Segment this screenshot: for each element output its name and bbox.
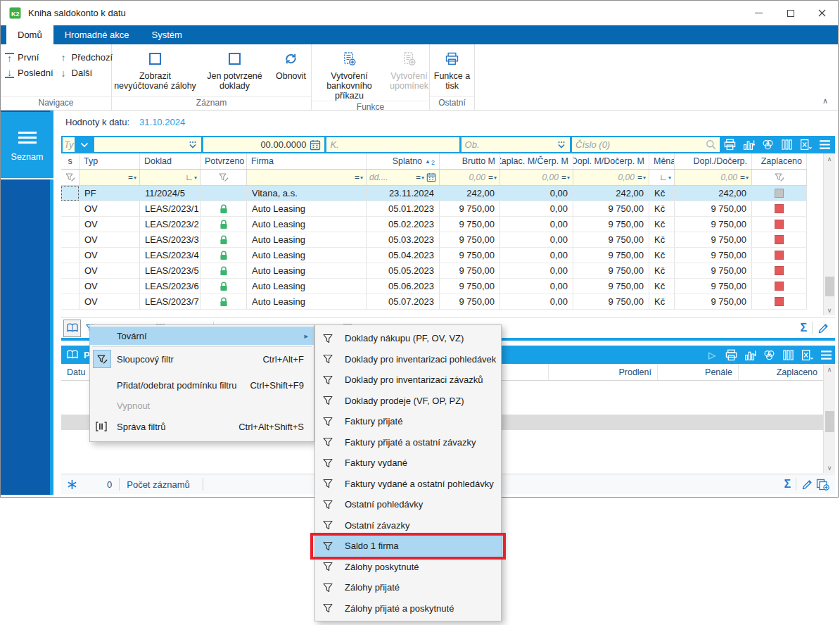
scroll-up-button[interactable]: ∧: [824, 153, 835, 164]
column-header-dopl-m[interactable]: Dopl. M/Dočerp. M: [573, 153, 649, 169]
submenu-item-faktury-prijate[interactable]: Faktury přijaté: [315, 411, 501, 432]
submenu-item-ostatni-zavazky[interactable]: Ostatní závazky: [315, 515, 501, 536]
column-header-s[interactable]: s: [61, 153, 79, 169]
column-header-potvrzeno[interactable]: Potvrzeno: [201, 153, 247, 169]
tab-domu[interactable]: Domů: [6, 25, 53, 44]
first-record-button[interactable]: ↑První: [5, 52, 53, 63]
date-filter-field[interactable]: 00.00.0000: [203, 137, 324, 152]
submenu-item-doklady-nakupu[interactable]: Doklady nákupu (PF, OV, VZ): [315, 328, 501, 349]
calendar-icon[interactable]: [310, 139, 321, 151]
maximize-button[interactable]: [775, 1, 806, 25]
excel-export-button[interactable]: [798, 138, 813, 152]
row-marker[interactable]: [61, 294, 79, 309]
detail-book-toggle[interactable]: [63, 320, 81, 337]
row-marker[interactable]: [61, 217, 79, 232]
filter-cell-doklad[interactable]: ∟▾: [140, 170, 201, 185]
print-button[interactable]: [723, 348, 739, 362]
calendar-icon[interactable]: [426, 172, 436, 182]
filter-cell-mena[interactable]: ∟▾: [649, 170, 675, 185]
submenu-item-doklady-prodeje[interactable]: Doklady prodeje (VF, OP, PZ): [315, 391, 501, 412]
submenu-item-inventarizace-pohledavek[interactable]: Doklady pro inventarizaci pohledávek: [315, 349, 501, 370]
filter-cell-dopl[interactable]: 0,00=▾: [675, 170, 752, 185]
functions-print-button[interactable]: Funkce a tisk: [432, 48, 473, 96]
table-row[interactable]: OV LEAS/2023/2 Auto Leasing 05.02.2023 9…: [61, 217, 807, 232]
menu-item-tovarni[interactable]: Tovární ▸: [90, 327, 314, 345]
edit-button[interactable]: [801, 479, 813, 491]
row-marker[interactable]: [61, 186, 79, 201]
row-marker[interactable]: [61, 263, 79, 278]
chart-button[interactable]: [742, 348, 758, 362]
filter-cell-typ[interactable]: =▾: [79, 170, 140, 185]
table-row[interactable]: OV LEAS/2023/4 Auto Leasing 05.04.2023 9…: [61, 248, 807, 263]
filter-cell-s[interactable]: [61, 170, 79, 185]
table-row[interactable]: PF 11/2024/5 Vitana, a.s. 23.11.2024 242…: [61, 186, 807, 201]
menu-item-sloupcovy-filtr[interactable]: Sloupcový filtr Ctrl+Alt+F: [90, 348, 314, 370]
menu-item-sprava-filtru[interactable]: Správa filtrů Ctrl+Alt+Shift+S: [90, 415, 314, 438]
copy-add-button[interactable]: [816, 479, 829, 491]
table-row[interactable]: OV LEAS/2023/1 Auto Leasing 05.01.2023 9…: [61, 201, 807, 217]
scrollbar-thumb[interactable]: [825, 411, 834, 432]
table-row[interactable]: OV LEAS/2023/7 Auto Leasing 05.07.2023 9…: [61, 294, 807, 310]
submenu-item-zalohy-prijate-poskytnute[interactable]: Zálohy přijaté a poskytnuté: [315, 598, 501, 619]
column-picker-field[interactable]: Ty: [63, 137, 75, 152]
collapse-ribbon-button[interactable]: ∧: [822, 96, 828, 106]
edit-button[interactable]: [817, 322, 829, 334]
submenu-item-inventarizace-zavazku[interactable]: Doklady pro inventarizaci závazků: [315, 370, 501, 391]
k-filter-field[interactable]: K.: [326, 137, 459, 152]
only-confirmed-documents-button[interactable]: Jen potvrzené doklady: [203, 48, 267, 96]
scroll-up-button[interactable]: ∧: [824, 364, 835, 374]
submenu-item-zalohy-poskytnute[interactable]: Zálohy poskytnuté: [315, 557, 501, 578]
value-filter-field[interactable]: [94, 137, 202, 152]
table-row[interactable]: OV LEAS/2023/6 Auto Leasing 05.06.2023 9…: [61, 279, 807, 294]
ob-filter-field[interactable]: Ob.: [462, 137, 570, 152]
values-to-date-value[interactable]: 31.10.2024: [139, 117, 185, 127]
grid-menu-button[interactable]: [818, 348, 834, 362]
submenu-item-ostatni-pohledavky[interactable]: Ostatní pohledávky: [315, 494, 501, 515]
color-filter-button[interactable]: [760, 138, 775, 152]
filter-cell-splatno[interactable]: dd....=▾: [367, 170, 440, 185]
filter-cell-zaplac[interactable]: 0,00=▾: [500, 170, 573, 185]
column-header-mena[interactable]: Měna: [649, 153, 675, 169]
tab-hromadne-akce[interactable]: Hromadné akce: [53, 25, 141, 44]
column-header-penale[interactable]: Penále: [658, 364, 739, 380]
row-marker[interactable]: [61, 248, 79, 263]
scroll-down-button[interactable]: ∨: [824, 305, 835, 315]
tab-system[interactable]: Systém: [140, 25, 193, 44]
columns-button[interactable]: [779, 138, 794, 152]
submenu-item-saldo-1-firma[interactable]: Saldo 1 firma: [315, 536, 501, 557]
next-record-button[interactable]: ↓Další: [59, 68, 113, 78]
sum-button[interactable]: Σ: [784, 478, 791, 491]
submenu-item-faktury-vydane-ostatni[interactable]: Faktury vydané a ostatní pohledávky: [315, 474, 501, 495]
play-button-disabled[interactable]: ▷: [704, 348, 720, 362]
columns-button[interactable]: [780, 348, 796, 362]
filter-cell-brutto[interactable]: 0,00=▾: [440, 170, 500, 185]
row-marker[interactable]: [61, 201, 79, 216]
number-search-field[interactable]: Číslo (0): [572, 137, 720, 152]
row-marker[interactable]: [61, 232, 79, 247]
print-button[interactable]: [722, 138, 737, 152]
create-bank-order-button[interactable]: Vytvoření bankovního příkazu: [312, 48, 387, 101]
column-picker-dropdown[interactable]: [77, 137, 92, 152]
grid-menu-button[interactable]: [817, 138, 832, 152]
filter-cell-firma[interactable]: =▾: [247, 170, 367, 185]
menu-item-pridat-odebrat-podminku[interactable]: Přidat/odebrat podmínku filtru Ctrl+Shif…: [90, 374, 314, 396]
table-scrollbar[interactable]: ∧ ∨: [823, 153, 835, 315]
sum-button[interactable]: Σ: [800, 322, 807, 334]
column-header-zaplac[interactable]: Zaplac. M/Čerp. M: [500, 153, 573, 169]
column-header-firma[interactable]: Firma: [247, 153, 367, 169]
sidebar-item-seznam[interactable]: Seznam: [1, 112, 53, 179]
show-unbilled-advances-button[interactable]: Zobrazit nevyúčtované zálohy: [113, 48, 198, 96]
column-header-doklad[interactable]: Doklad: [140, 153, 201, 169]
filter-cell-potvrzeno[interactable]: [201, 170, 247, 185]
column-filter-toggle[interactable]: [93, 350, 111, 368]
submenu-item-faktury-vydane[interactable]: Faktury vydané: [315, 453, 501, 474]
excel-export-button[interactable]: [799, 348, 815, 362]
close-button[interactable]: [806, 1, 838, 25]
table-row[interactable]: OV LEAS/2023/5 Auto Leasing 05.05.2023 9…: [61, 263, 807, 279]
submenu-item-faktury-prijate-ostatni[interactable]: Faktury přijaté a ostatní závazky: [315, 432, 501, 453]
create-reminders-button[interactable]: Vytvoření upomínek: [390, 48, 429, 101]
column-header-zaplaceno[interactable]: Zaplaceno: [739, 364, 823, 380]
column-header-splatno[interactable]: Splatno▲2: [367, 153, 440, 169]
submenu-item-zalohy-prijate[interactable]: Zálohy přijaté: [315, 577, 501, 598]
column-header-brutto[interactable]: Brutto M: [440, 153, 500, 169]
